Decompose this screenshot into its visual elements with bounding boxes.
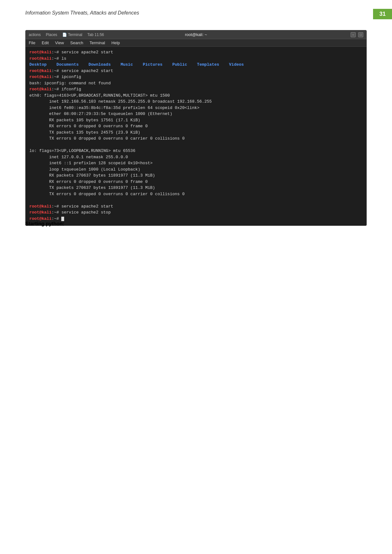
prompt-2b: :~# xyxy=(51,56,61,61)
dir-music: Music xyxy=(121,62,133,67)
terminal-line-eth0-rx2: RX errors 0 dropped 0 overruns 0 frame 0 xyxy=(29,123,363,129)
terminal-line-lo-tx1: TX packets 270637 bytes 11891977 (11.3 M… xyxy=(29,185,363,191)
terminal-line-eth0-ether: ether 08:00:27:29:33:5e txqueuelen 1000 … xyxy=(29,111,363,117)
dir-public: Public xyxy=(172,62,187,67)
terminal-line-6: root@kali:~# ifconfig xyxy=(29,86,363,93)
terminal-line-dirs: Desktop Documents Downloads Music Pictur… xyxy=(29,62,363,68)
terminal-titlebar: actions Places 📄 Terminal Tab 11:56 root… xyxy=(26,30,366,39)
terminal-line-eth0-inet6: inet6 fe80::ea35:8b4c:f8a:35d prefixlen … xyxy=(29,105,363,111)
terminal-line-3: root@kali:~# service apache2 start xyxy=(29,68,363,74)
titlebar-tab: Tab 11:56 xyxy=(87,33,104,37)
dir-videos: Videos xyxy=(229,62,244,67)
prompt-1b: :~# xyxy=(51,50,61,55)
dir-desktop: Desktop xyxy=(29,62,47,67)
terminal-line-5: bash: ipconfig: command not found xyxy=(29,80,363,87)
terminal-line-eth0-flags: eth0: flags=4163<UP,BROADCAST,RUNNING,MU… xyxy=(29,93,363,99)
dir-templates: Templates xyxy=(197,62,219,67)
terminal-line-7: root@kali:~# service apache2 start xyxy=(29,203,363,210)
prompt-1: root@kali xyxy=(29,50,51,55)
prompt-finalb: :~# xyxy=(51,216,61,221)
titlebar-places: Places xyxy=(46,33,57,37)
cmd-8: service apache2 stop xyxy=(61,210,111,215)
terminal-line-lo-rx1: RX packets 270637 bytes 11891977 (11.3 M… xyxy=(29,172,363,179)
terminal-line-lo-tx2: TX errors 0 dropped 0 overruns 0 carrier… xyxy=(29,191,363,197)
menu-view[interactable]: View xyxy=(55,40,64,45)
titlebar-actions: actions xyxy=(29,33,41,37)
prompt-8b: :~# xyxy=(51,210,61,215)
output-lo-tx2: TX errors 0 dropped 0 overruns 0 carrier… xyxy=(29,192,184,196)
prompt-4: root@kali xyxy=(29,75,51,79)
terminal-line-eth0-rx1: RX packets 105 bytes 17561 (17.1 KiB) xyxy=(29,117,363,123)
prompt-7b: :~# xyxy=(51,204,61,209)
output-lo-rx2: RX errors 0 dropped 0 overruns 0 frame 0 xyxy=(29,179,148,184)
prompt-8: root@kali xyxy=(29,210,51,215)
menu-terminal[interactable]: Terminal xyxy=(90,40,105,45)
terminal-line-8: root@kali:~# service apache2 stop xyxy=(29,209,363,216)
terminal-body[interactable]: root@kali:~# service apache2 start root@… xyxy=(26,47,366,226)
prompt-final: root@kali xyxy=(29,216,51,221)
output-lo-tx1: TX packets 270637 bytes 11891977 (11.3 M… xyxy=(29,185,155,190)
terminal-window: actions Places 📄 Terminal Tab 11:56 root… xyxy=(25,30,367,226)
terminal-menubar: File Edit View Search Terminal Help xyxy=(26,39,366,47)
prompt-4b: :~# xyxy=(51,75,61,79)
output-eth0-rx1: RX packets 105 bytes 17561 (17.1 KiB) xyxy=(29,118,140,123)
cmd-7: service apache2 start xyxy=(61,204,113,209)
terminal-line-lo-inet6: inet6 ::1 prefixlen 128 scopeid 0x10<hos… xyxy=(29,160,363,166)
menu-search[interactable]: Search xyxy=(70,40,83,45)
cmd-2: ls xyxy=(61,56,66,61)
output-eth0-tx1: TX packets 135 bytes 24575 (23.9 KiB) xyxy=(29,130,140,135)
terminal-line-final: root@kali:~# xyxy=(29,216,363,222)
cmd-4: ipconfig xyxy=(61,75,81,79)
cmd-6: ifconfig xyxy=(61,87,81,92)
output-eth0-inet: inet 192.168.56.103 netmask 255.255.255.… xyxy=(29,99,212,104)
output-lo-inet6: inet6 ::1 prefixlen 128 scopeid 0x10<hos… xyxy=(29,161,153,166)
output-eth0-inet6: inet6 fe80::ea35:8b4c:f8a:35d prefixlen … xyxy=(29,105,199,110)
menu-edit[interactable]: Edit xyxy=(42,40,49,45)
cmd-3: service apache2 start xyxy=(61,69,113,73)
terminal-line-lo-loop: loop txqueuelen 1000 (Local Loopback) xyxy=(29,166,363,173)
output-lo-flags: lo: flags=73<UP,LOOPBACK,RUNNING> mtu 65… xyxy=(29,148,135,153)
output-lo-loop: loop txqueuelen 1000 (Local Loopback) xyxy=(29,167,140,172)
dir-documents: Documents xyxy=(57,62,79,67)
maximize-button[interactable]: □ xyxy=(358,32,363,37)
terminal-line-lo-rx2: RX errors 0 dropped 0 overruns 0 frame 0 xyxy=(29,179,363,185)
minimize-button[interactable]: – xyxy=(351,32,356,37)
prompt-2: root@kali xyxy=(29,56,51,61)
page-number: 31 xyxy=(373,9,392,19)
terminal-line-4: root@kali:~# ipconfig xyxy=(29,74,363,80)
output-eth0-flags: eth0: flags=4163<UP,BROADCAST,RUNNING,MU… xyxy=(29,93,170,98)
output-eth0-ether: ether 08:00:27:29:33:5e txqueuelen 1000 … xyxy=(29,111,172,116)
section-starting-python: Starting python: xyxy=(25,221,64,227)
output-eth0-tx2: TX errors 0 dropped 0 overruns 0 carrier… xyxy=(29,136,184,141)
output-eth0-rx2: RX errors 0 dropped 0 overruns 0 frame 0 xyxy=(29,124,148,129)
dir-downloads: Downloads xyxy=(88,62,111,67)
titlebar-terminal-menu[interactable]: 📄 Terminal xyxy=(62,33,82,37)
output-5: bash: ipconfig: command not found xyxy=(29,81,111,86)
terminal-cursor xyxy=(61,217,64,221)
prompt-6: root@kali xyxy=(29,87,51,92)
terminal-line-2: root@kali:~# ls xyxy=(29,56,363,62)
prompt-3b: :~# xyxy=(51,69,61,73)
titlebar-controls[interactable]: – □ xyxy=(351,32,363,37)
output-lo-inet: inet 127.0.0.1 netmask 255.0.0.0 xyxy=(29,155,128,160)
terminal-line-lo-inet: inet 127.0.0.1 netmask 255.0.0.0 xyxy=(29,154,363,160)
terminal-line-lo-flags: lo: flags=73<UP,LOOPBACK,RUNNING> mtu 65… xyxy=(29,148,363,154)
cmd-1: service apache2 start xyxy=(61,50,113,55)
titlebar-left: actions Places 📄 Terminal Tab 11:56 xyxy=(29,33,104,37)
prompt-6b: :~# xyxy=(51,87,61,92)
menu-help[interactable]: Help xyxy=(112,40,120,45)
dir-pictures: Pictures xyxy=(143,62,162,67)
prompt-7: root@kali xyxy=(29,204,51,209)
output-lo-rx1: RX packets 270637 bytes 11891977 (11.3 M… xyxy=(29,173,155,178)
prompt-3: root@kali xyxy=(29,69,51,73)
page-header: Information System Threats, Attacks and … xyxy=(25,10,139,16)
terminal-line-eth0-inet: inet 192.168.56.103 netmask 255.255.255.… xyxy=(29,99,363,105)
terminal-line-eth0-tx2: TX errors 0 dropped 0 overruns 0 carrier… xyxy=(29,135,363,142)
terminal-line-1: root@kali:~# service apache2 start xyxy=(29,49,363,56)
menu-file[interactable]: File xyxy=(29,40,35,45)
terminal-title: root@kali: ~ xyxy=(185,32,207,37)
terminal-line-eth0-tx1: TX packets 135 bytes 24575 (23.9 KiB) xyxy=(29,129,363,136)
